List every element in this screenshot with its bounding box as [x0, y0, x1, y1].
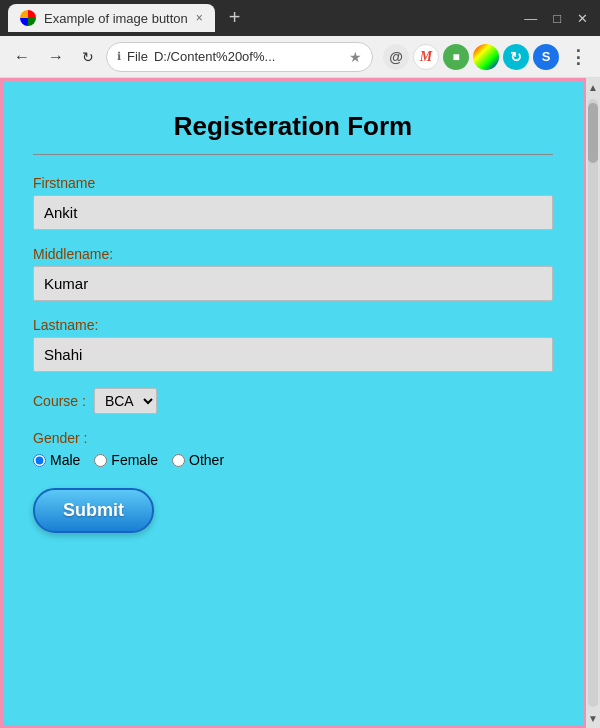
gender-male-label: Male — [50, 452, 80, 468]
firstname-input[interactable] — [33, 195, 553, 230]
new-tab-btn[interactable]: + — [221, 2, 249, 33]
scroll-thumb[interactable] — [588, 103, 598, 163]
profile-icon[interactable]: S — [533, 44, 559, 70]
bookmark-icon[interactable]: ★ — [349, 49, 362, 65]
gender-label: Gender : — [33, 430, 553, 446]
gender-male-option[interactable]: Male — [33, 452, 80, 468]
accounts-icon[interactable]: @ — [383, 44, 409, 70]
gender-group: Gender : Male Female Other — [33, 430, 553, 468]
gender-female-option[interactable]: Female — [94, 452, 158, 468]
gender-other-radio[interactable] — [172, 454, 185, 467]
viewport: Registeration Form Firstname Middlename:… — [0, 78, 600, 728]
address-bar[interactable]: ℹ File D:/Content%20of%... ★ — [106, 42, 373, 72]
firstname-group: Firstname — [33, 175, 553, 230]
sync-icon[interactable]: ↻ — [503, 44, 529, 70]
title-bar: Example of image button × + — □ ✕ — [0, 0, 600, 36]
scroll-track[interactable] — [588, 99, 598, 707]
course-select[interactable]: BCA BBA BSc BA — [94, 388, 157, 414]
tab-close-btn[interactable]: × — [196, 11, 203, 25]
close-btn[interactable]: ✕ — [573, 9, 592, 28]
course-label: Course : — [33, 393, 86, 409]
address-url: D:/Content%20of%... — [154, 49, 275, 64]
gender-other-label: Other — [189, 452, 224, 468]
apps-icon[interactable] — [473, 44, 499, 70]
scrollbar[interactable]: ▲ ▼ — [586, 78, 600, 728]
scroll-down-arrow[interactable]: ▼ — [586, 711, 600, 726]
gmail-icon[interactable]: M — [413, 44, 439, 70]
tab-favicon — [20, 10, 36, 26]
form-title: Registeration Form — [33, 111, 553, 142]
lastname-input[interactable] — [33, 337, 553, 372]
more-options-btn[interactable]: ⋮ — [565, 46, 592, 68]
extension-icon[interactable]: ■ — [443, 44, 469, 70]
middlename-label: Middlename: — [33, 246, 553, 262]
active-tab[interactable]: Example of image button × — [8, 4, 215, 32]
gender-female-radio[interactable] — [94, 454, 107, 467]
middlename-input[interactable] — [33, 266, 553, 301]
forward-button[interactable]: → — [42, 44, 70, 70]
submit-button[interactable]: Submit — [33, 488, 154, 533]
minimize-btn[interactable]: — — [520, 9, 541, 28]
browser-window: Example of image button × + — □ ✕ ← → ↻ … — [0, 0, 600, 728]
gender-male-radio[interactable] — [33, 454, 46, 467]
gender-options: Male Female Other — [33, 452, 553, 468]
back-button[interactable]: ← — [8, 44, 36, 70]
page-content: Registeration Form Firstname Middlename:… — [0, 78, 586, 728]
gender-other-option[interactable]: Other — [172, 452, 224, 468]
firstname-label: Firstname — [33, 175, 553, 191]
middlename-group: Middlename: — [33, 246, 553, 301]
gender-female-label: Female — [111, 452, 158, 468]
nav-bar: ← → ↻ ℹ File D:/Content%20of%... ★ @ M ■… — [0, 36, 600, 78]
scroll-up-arrow[interactable]: ▲ — [586, 80, 600, 95]
refresh-button[interactable]: ↻ — [76, 45, 100, 69]
lastname-group: Lastname: — [33, 317, 553, 372]
course-group: Course : BCA BBA BSc BA — [33, 388, 553, 414]
form-divider — [33, 154, 553, 155]
tab-title: Example of image button — [44, 11, 188, 26]
maximize-btn[interactable]: □ — [549, 9, 565, 28]
nav-icons: @ M ■ ↻ S — [383, 44, 559, 70]
tab-bar: Example of image button × + — [8, 2, 514, 35]
address-info-icon: ℹ — [117, 50, 121, 63]
window-controls: — □ ✕ — [520, 9, 592, 28]
lastname-label: Lastname: — [33, 317, 553, 333]
address-protocol: File — [127, 49, 148, 64]
